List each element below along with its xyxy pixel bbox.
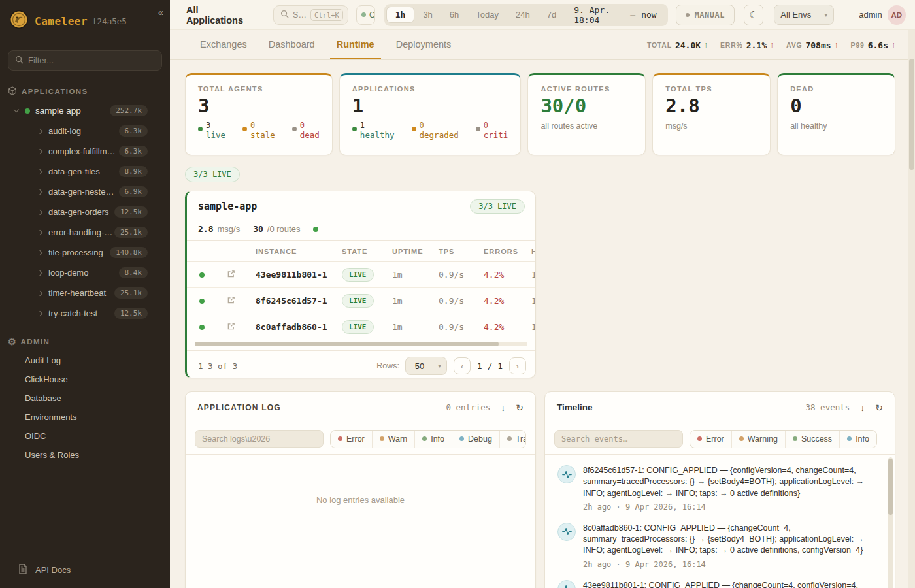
api-docs-link[interactable]: API Docs: [0, 553, 170, 588]
time-range-6h[interactable]: 6h: [441, 7, 467, 22]
rows-per-page-select[interactable]: 50 ▾: [405, 357, 447, 375]
scrollbar-thumb[interactable]: [888, 459, 893, 515]
refresh-icon[interactable]: ↻: [516, 402, 524, 413]
sidebar-item-sample-app[interactable]: sample app 252.7k: [0, 101, 148, 121]
sidebar-item-users-roles[interactable]: Users & Roles: [0, 446, 170, 465]
time-range-1h[interactable]: 1h: [386, 7, 415, 23]
external-link-icon[interactable]: [227, 323, 235, 333]
filter-input[interactable]: [28, 56, 155, 65]
scroll-to-bottom-icon[interactable]: ↓: [860, 402, 865, 413]
prev-page-button[interactable]: ‹: [454, 357, 471, 374]
time-range-24h[interactable]: 24h: [507, 7, 539, 22]
tab-deployments[interactable]: Deployments: [390, 30, 458, 59]
timeline-event[interactable]: 8c0affadb860-1: CONFIG_APPLIED — {change…: [557, 523, 878, 569]
count-badge: 8.9k: [119, 166, 148, 177]
col-errors: ERRORS: [473, 241, 520, 262]
live-status-pill[interactable]: 3/3 LIVE: [185, 167, 240, 182]
tab-dashboard[interactable]: Dashboard: [262, 30, 322, 59]
kpi-value: 6.6s: [868, 41, 888, 50]
horizontal-scrollbar[interactable]: [195, 342, 527, 346]
log-entry-count: 0 entries: [446, 402, 491, 412]
instance-id: 8f6245c61d57-1: [244, 288, 331, 314]
substat-live: 3live: [198, 121, 225, 140]
sidebar-item-oidc[interactable]: OIDC: [0, 427, 170, 446]
filter-warning[interactable]: Warning: [732, 431, 786, 448]
log-search-input[interactable]: [202, 434, 316, 444]
timeline-search[interactable]: [554, 430, 683, 448]
sidebar-item-audit-log[interactable]: Audit Log: [0, 351, 170, 370]
time-range-today[interactable]: Today: [467, 7, 507, 22]
sidebar-item-route[interactable]: timer-heartbeat25.1k: [0, 283, 148, 303]
application-name[interactable]: sample-app: [198, 201, 257, 212]
global-search[interactable]: S… Ctrl+K: [273, 5, 348, 25]
scrollbar-thumb[interactable]: [909, 59, 914, 170]
sidebar-item-route[interactable]: data-gen-neste…6.9k: [0, 182, 148, 202]
log-level-filters: Error Warn Info Debug Trace: [330, 430, 526, 448]
uptime-cell: 1m: [381, 262, 427, 288]
stat-label: TOTAL AGENTS: [198, 85, 320, 93]
heap-cell: 1: [520, 288, 536, 314]
sidebar-item-clickhouse[interactable]: ClickHouse: [0, 370, 170, 389]
timeline-event[interactable]: 8f6245c61d57-1: CONFIG_APPLIED — {config…: [557, 465, 878, 512]
time-range-3h[interactable]: 3h: [414, 7, 441, 22]
topbar: All Applications S… Ctrl+K O 1h 3h 6h To…: [170, 0, 915, 30]
degraded-dot-icon: [412, 127, 416, 131]
date-range-display[interactable]: 9. Apr. 18:04 — now: [565, 3, 665, 27]
time-range-7d[interactable]: 7d: [539, 7, 565, 22]
scrollbar-thumb[interactable]: [195, 342, 499, 346]
next-page-button[interactable]: ›: [509, 357, 526, 374]
avatar[interactable]: AD: [888, 5, 906, 25]
external-link-icon[interactable]: [227, 270, 235, 280]
timeline-event[interactable]: 43ee9811b801-1: CONFIG_APPLIED — {change…: [557, 580, 878, 588]
sidebar-item-route[interactable]: complex-fulfillm…6.3k: [0, 141, 148, 161]
gear-icon: ⚙: [8, 336, 16, 347]
filter-error[interactable]: Error: [690, 431, 732, 448]
filter-trace[interactable]: Trace: [500, 431, 526, 448]
sidebar-item-route[interactable]: audit-log6.3k: [0, 121, 148, 141]
sidebar-item-environments[interactable]: Environments: [0, 408, 170, 427]
theme-toggle-button[interactable]: ☾: [744, 5, 763, 25]
refresh-icon[interactable]: ↻: [875, 402, 883, 413]
filter-success[interactable]: Success: [786, 431, 840, 448]
healthy-dot-icon: [352, 127, 357, 131]
substat-label: stale: [250, 130, 275, 140]
count-badge: 6.3k: [119, 146, 148, 157]
chevron-right-icon: [37, 169, 42, 174]
tab-runtime[interactable]: Runtime: [330, 30, 381, 59]
sidebar-collapse-button[interactable]: «: [158, 7, 163, 18]
application-tree: sample app 252.7k audit-log6.3k complex-…: [0, 101, 170, 323]
sidebar-item-route[interactable]: error-handling-…25.1k: [0, 222, 148, 242]
table-row[interactable]: 8f6245c61d57-1 LIVE 1m 0.9/s 4.2% 1: [187, 288, 536, 314]
timeline-scrollbar[interactable]: [888, 457, 893, 588]
external-link-icon[interactable]: [227, 297, 235, 306]
sidebar-item-route[interactable]: data-gen-files8.9k: [0, 161, 148, 182]
col-heap: H: [520, 241, 536, 262]
app-tps-unit: msg/s: [217, 224, 240, 234]
scroll-to-bottom-icon[interactable]: ↓: [501, 402, 505, 413]
filter-debug[interactable]: Debug: [452, 431, 500, 448]
sidebar-item-route[interactable]: loop-demo8.4k: [0, 263, 148, 283]
log-search[interactable]: [195, 430, 324, 448]
sidebar-item-database[interactable]: Database: [0, 389, 170, 408]
sidebar-item-route[interactable]: data-gen-orders12.5k: [0, 202, 148, 222]
table-row[interactable]: 43ee9811b801-1 LIVE 1m 0.9/s 4.2% 1: [187, 262, 536, 288]
online-status-button[interactable]: O: [356, 5, 375, 25]
sidebar-filter[interactable]: [8, 50, 162, 71]
timeline-search-input[interactable]: [561, 434, 676, 444]
stat-value: 30/0: [541, 97, 633, 116]
tab-exchanges[interactable]: Exchanges: [193, 30, 254, 59]
sidebar-item-route[interactable]: try-catch-test12.5k: [0, 303, 148, 323]
sidebar-item-route[interactable]: file-processing140.8k: [0, 242, 148, 263]
stat-caption: all healthy: [790, 122, 882, 131]
admin-item-label: OIDC: [25, 431, 46, 441]
range-separator: —: [630, 10, 635, 20]
page-scrollbar[interactable]: [908, 30, 915, 588]
filter-error[interactable]: Error: [331, 431, 373, 448]
filter-info[interactable]: Info: [840, 431, 876, 448]
substat-label: healthy: [360, 130, 395, 140]
manual-refresh-button[interactable]: MANUAL: [676, 5, 735, 25]
table-row[interactable]: 8c0affadb860-1 LIVE 1m 0.9/s 4.2% 1: [187, 314, 536, 340]
environment-select[interactable]: All Envs ▾: [774, 5, 834, 25]
filter-warn[interactable]: Warn: [373, 431, 415, 448]
filter-info[interactable]: Info: [415, 431, 452, 448]
